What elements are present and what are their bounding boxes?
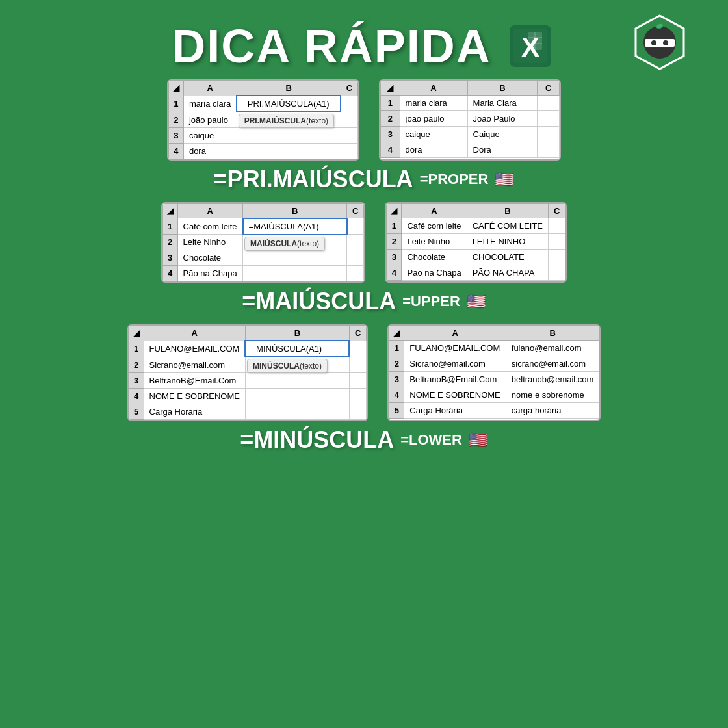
- table-row: 3 BeltranoB@Email.Com: [129, 372, 367, 388]
- col-header-c: C: [538, 81, 560, 96]
- cell-b2: João Paulo: [467, 111, 538, 127]
- corner-cell: ◢: [162, 203, 177, 218]
- col-header-b: B: [467, 203, 548, 218]
- corner-cell: ◢: [129, 326, 144, 341]
- table-row: 3 Chocolate: [162, 250, 364, 266]
- row-num: 1: [129, 341, 144, 357]
- cell-c5: [349, 404, 366, 419]
- cell-c1: [538, 96, 560, 111]
- row-num: 2: [387, 233, 402, 249]
- table-row: 1 Café com leite =MAIÚSCULA(A1): [162, 218, 364, 235]
- cell-c2: [347, 235, 364, 250]
- col-header-a: A: [183, 81, 237, 96]
- table-row: 4 dora: [168, 143, 358, 159]
- table-row: 4 dora Dora: [381, 142, 560, 158]
- cell-a1: Café com leite: [402, 218, 467, 233]
- cell-b2: sicrano@email.com: [506, 356, 599, 372]
- cell-a4: Pão na Chapa: [177, 266, 243, 281]
- cell-a3: caique: [400, 127, 467, 142]
- cell-a2: Leite Ninho: [177, 235, 243, 250]
- col-header-a: A: [400, 81, 467, 96]
- table-row: 5 Carga Horária carga horária: [389, 403, 599, 419]
- cell-c2: [549, 233, 566, 249]
- cell-b4: PÃO NA CHAPA: [467, 265, 548, 280]
- cell-b4: [237, 143, 341, 159]
- row-num: 3: [168, 127, 183, 143]
- table-row: 1 maria clara =PRI.MAIÚSCULA(A1): [168, 96, 358, 112]
- row-num: 2: [389, 356, 404, 372]
- row-num: 4: [387, 265, 402, 280]
- table-row: 4 NOME E SOBRENOME nome e sobrenome: [389, 387, 599, 403]
- cell-c4: [347, 266, 364, 281]
- col-header-a: A: [177, 203, 243, 218]
- cell-c1: [349, 341, 366, 357]
- cell-b2: MINÚSCULA(texto): [245, 357, 349, 372]
- section-pri-maiuscula: ◢ A B C 1 maria clara =PRI.MAIÚSCULA(A1)…: [0, 79, 728, 196]
- cell-b5: [245, 404, 349, 419]
- table-row: 2 joão paulo João Paulo: [381, 111, 560, 127]
- cell-b3: [237, 127, 341, 143]
- cell-c3: [347, 250, 364, 266]
- table-pri-before: ◢ A B C 1 maria clara =PRI.MAIÚSCULA(A1)…: [167, 79, 359, 161]
- row-num: 1: [168, 96, 183, 112]
- cell-c1: [347, 218, 364, 235]
- row-num: 4: [381, 142, 400, 158]
- cell-c2: [341, 112, 358, 127]
- col-header-b: B: [237, 81, 341, 96]
- cell-a2: joão paulo: [400, 111, 467, 127]
- cell-b5: carga horária: [506, 403, 599, 419]
- svg-rect-9: [645, 39, 675, 47]
- formula-text-2: =MAIÚSCULA: [242, 288, 396, 315]
- formula-text-3: =MINÚSCULA: [240, 426, 394, 454]
- section-maiuscula: ◢ A B C 1 Café com leite =MAIÚSCULA(A1) …: [0, 202, 728, 318]
- flag-icon-1: 🇺🇸: [495, 170, 514, 188]
- cell-c3: [538, 127, 560, 142]
- table-row: 2 Leite Ninho LEITE NINHO: [387, 233, 566, 249]
- svg-point-10: [651, 40, 656, 46]
- col-header-c: C: [341, 81, 358, 96]
- formula-text-1: =PRI.MAIÚSCULA: [214, 166, 413, 193]
- row-num: 5: [129, 404, 144, 419]
- page-title: DICA RÁPIDA: [172, 20, 491, 73]
- tooltip-box: MINÚSCULA(texto): [247, 359, 328, 373]
- cell-a5: Carga Horária: [144, 404, 245, 419]
- cell-c3: [349, 372, 366, 388]
- formula-english-2: =UPPER: [402, 293, 460, 310]
- table-min-after: ◢ A B 1 FULANO@EMAIL.COM fulano@email.co…: [387, 324, 601, 421]
- row-num: 4: [162, 266, 177, 281]
- row-num: 2: [168, 112, 183, 127]
- cell-a4: dora: [400, 142, 467, 158]
- tooltip-box: MAIÚSCULA(texto): [244, 237, 325, 251]
- cell-c4: [341, 143, 358, 159]
- formula-label-2: =MAIÚSCULA =UPPER 🇺🇸: [242, 288, 486, 315]
- cell-a3: BeltranoB@Email.Com: [144, 372, 245, 388]
- cell-a3: Chocolate: [402, 249, 467, 265]
- row-num: 4: [129, 388, 144, 404]
- flag-icon-3: 🇺🇸: [469, 431, 488, 449]
- row-num: 3: [389, 372, 404, 387]
- cell-b1: =PRI.MAIÚSCULA(A1): [237, 96, 341, 112]
- cell-c2: [349, 357, 366, 372]
- formula-english-1: =PROPER: [420, 171, 489, 188]
- tables-row-1: ◢ A B C 1 maria clara =PRI.MAIÚSCULA(A1)…: [0, 79, 728, 161]
- header: DICA RÁPIDA X: [0, 0, 728, 79]
- cell-b2: PRI.MAIÚSCULA(texto): [237, 112, 341, 127]
- row-num: 4: [389, 387, 404, 403]
- col-header-b: B: [245, 326, 349, 341]
- cell-a1: FULANO@EMAIL.COM: [144, 341, 245, 357]
- col-header-c: C: [549, 203, 566, 218]
- cell-c4: [549, 265, 566, 280]
- row-num: 1: [381, 96, 400, 111]
- tables-row-2: ◢ A B C 1 Café com leite =MAIÚSCULA(A1) …: [0, 202, 728, 283]
- flag-icon-2: 🇺🇸: [467, 292, 486, 311]
- cell-a4: NOME E SOBRENOME: [144, 388, 245, 404]
- ninja-icon: [630, 13, 689, 72]
- cell-b1: CAFÉ COM LEITE: [467, 218, 548, 233]
- table-row: 3 BeltranoB@Email.Com beltranob@email.co…: [389, 372, 599, 387]
- cell-c2: [538, 111, 560, 127]
- cell-b4: Dora: [467, 142, 538, 158]
- cell-b3: [245, 372, 349, 388]
- cell-a2: Leite Ninho: [402, 233, 467, 249]
- table-min-before: ◢ A B C 1 FULANO@EMAIL.COM =MINÚSCULA(A1…: [127, 324, 369, 421]
- cell-b3: Caique: [467, 127, 538, 142]
